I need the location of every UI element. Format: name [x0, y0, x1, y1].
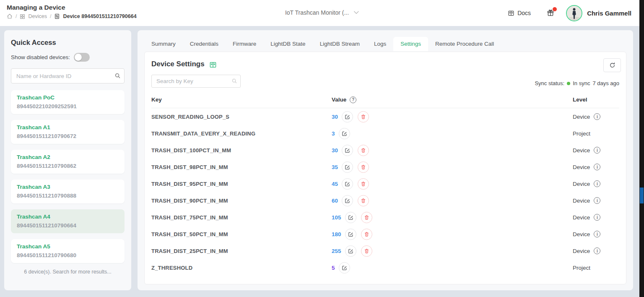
tab-credentials[interactable]: Credentials — [183, 37, 226, 51]
settings-filter-row: Sync status: In sync 7 days ago — [151, 75, 619, 88]
notification-dot — [553, 7, 557, 11]
home-icon[interactable] — [7, 13, 13, 19]
tab-settings[interactable]: Settings — [393, 37, 428, 51]
user-name[interactable]: Chris Gammell — [587, 10, 631, 17]
setting-key: TRASH_DIST_100PCT_IN_MM — [151, 147, 332, 154]
breadcrumb-devices-link[interactable]: Devices — [28, 13, 47, 19]
edit-value-button[interactable] — [342, 111, 353, 122]
delete-value-button[interactable] — [358, 145, 369, 156]
project-selector-label: IoT Trashcan Monitor (... — [285, 9, 349, 16]
sync-status-label: Sync status: — [535, 80, 564, 86]
device-name: Trashcan A4 — [17, 214, 119, 220]
edit-value-button[interactable] — [345, 245, 356, 257]
edit-value-button[interactable] — [339, 262, 350, 274]
device-icon — [54, 13, 60, 19]
header-left: Managing a Device / Devices / Device 894… — [7, 4, 137, 19]
info-icon[interactable]: i — [594, 164, 600, 170]
breadcrumb-separator: / — [50, 13, 51, 19]
breadcrumb: / Devices / Device 8944501511210790664 — [7, 13, 137, 19]
refresh-button[interactable] — [603, 58, 621, 72]
device-list-item[interactable]: Trashcan A4 8944501511210790664 — [11, 209, 125, 233]
setting-key: TRASH_DIST_25PCT_IN_MM — [151, 248, 332, 254]
setting-value-cell: 60 — [332, 195, 573, 206]
edit-value-button[interactable] — [339, 128, 350, 139]
table-body: SENSOR_READING_LOOP_S 30 Device i TRANSM… — [151, 108, 619, 276]
device-hardware-id: 8944501511210790888 — [17, 193, 119, 199]
setting-level-cell: Device i — [573, 164, 619, 170]
edit-value-button[interactable] — [342, 178, 353, 190]
whats-new-button[interactable] — [547, 9, 554, 17]
chevron-down-icon — [354, 11, 359, 14]
edit-value-button[interactable] — [345, 212, 356, 223]
tab-lightdb-state[interactable]: LightDB State — [263, 37, 312, 51]
delete-value-button[interactable] — [358, 178, 369, 190]
device-list-item[interactable]: Trashcan A3 8944501511210790888 — [11, 180, 125, 203]
delete-value-button[interactable] — [358, 111, 369, 122]
sync-status: Sync status: In sync 7 days ago — [535, 80, 619, 88]
delete-value-button[interactable] — [361, 245, 372, 257]
setting-level: Project — [573, 130, 590, 137]
setting-value-cell: 3 — [332, 128, 573, 139]
column-level: Level — [573, 96, 619, 103]
setting-key: TRANSMIT_DATA_EVERY_X_READING — [151, 130, 332, 137]
device-list-item[interactable]: Trashcan A5 8944501511210790680 — [11, 239, 125, 263]
scrollbar-thumb[interactable] — [640, 188, 644, 203]
device-list-item[interactable]: Trashcan A1 8944501511210790672 — [11, 120, 125, 144]
edit-value-button[interactable] — [342, 162, 353, 173]
tab-logs[interactable]: Logs — [367, 37, 393, 51]
setting-level-cell: Device i — [573, 180, 619, 187]
setting-value: 45 — [332, 181, 338, 187]
toggle-knob — [75, 54, 82, 61]
main-panel: SummaryCredentialsFirmwareLightDB StateL… — [138, 30, 633, 290]
devices-grid-icon[interactable] — [20, 14, 25, 19]
setting-level: Device — [573, 147, 590, 154]
device-search — [11, 68, 125, 83]
show-disabled-toggle[interactable] — [74, 53, 90, 62]
project-selector[interactable]: IoT Trashcan Monitor (... — [285, 9, 359, 16]
tab-remote-procedure-call[interactable]: Remote Procedure Call — [428, 37, 501, 51]
device-list-item[interactable]: Trashcan PoC 8944502210209252591 — [11, 90, 125, 114]
setting-value-cell: 255 — [332, 245, 573, 257]
tab-firmware[interactable]: Firmware — [226, 37, 263, 51]
info-icon[interactable]: i — [594, 248, 600, 254]
help-icon[interactable]: ? — [350, 96, 356, 103]
docs-button[interactable]: Docs — [508, 10, 531, 16]
delete-value-button[interactable] — [358, 162, 369, 173]
table-row: TRASH_DIST_98PCT_IN_MM 35 Device i — [151, 159, 619, 175]
device-hardware-id: 8944501511210790862 — [17, 163, 119, 169]
tab-bar: SummaryCredentialsFirmwareLightDB StateL… — [138, 30, 633, 51]
info-icon[interactable]: i — [594, 197, 600, 204]
edit-value-button[interactable] — [342, 195, 353, 206]
device-list-item[interactable]: Trashcan A2 8944501511210790862 — [11, 150, 125, 174]
table-row: TRASH_DIST_25PCT_IN_MM 255 Device i — [151, 242, 619, 259]
info-icon[interactable]: i — [594, 214, 600, 221]
setting-value: 35 — [332, 164, 338, 170]
key-search-input[interactable] — [151, 75, 241, 88]
column-value: Value ? — [332, 96, 573, 103]
delete-value-button[interactable] — [358, 195, 369, 206]
avatar[interactable] — [566, 5, 582, 21]
tab-summary[interactable]: Summary — [144, 37, 183, 51]
settings-docs-icon[interactable] — [209, 61, 217, 68]
device-hardware-id: 8944501511210790680 — [17, 252, 119, 258]
column-key: Key — [151, 96, 332, 103]
info-icon[interactable]: i — [594, 231, 600, 237]
device-search-input[interactable] — [11, 68, 125, 83]
info-icon[interactable]: i — [594, 147, 600, 154]
setting-value-cell: 45 — [332, 178, 573, 190]
info-icon[interactable]: i — [594, 180, 600, 187]
table-header: Key Value ? Level — [151, 91, 619, 108]
edit-value-button[interactable] — [342, 145, 353, 156]
setting-level: Device — [573, 198, 590, 204]
setting-level-cell: Project — [573, 130, 619, 137]
quick-access-panel: Quick Access Show disabled devices: Tras… — [4, 30, 131, 290]
info-icon[interactable]: i — [594, 113, 600, 120]
delete-value-button[interactable] — [361, 212, 372, 223]
setting-key: TRASH_DIST_90PCT_IN_MM — [151, 198, 332, 204]
show-disabled-label: Show disabled devices: — [11, 54, 70, 60]
edit-value-button[interactable] — [345, 229, 356, 240]
window-scrollbar[interactable] — [639, 0, 644, 297]
table-row: TRASH_DIST_75PCT_IN_MM 105 Device i — [151, 209, 619, 226]
delete-value-button[interactable] — [361, 229, 372, 240]
tab-lightdb-stream[interactable]: LightDB Stream — [313, 37, 367, 51]
